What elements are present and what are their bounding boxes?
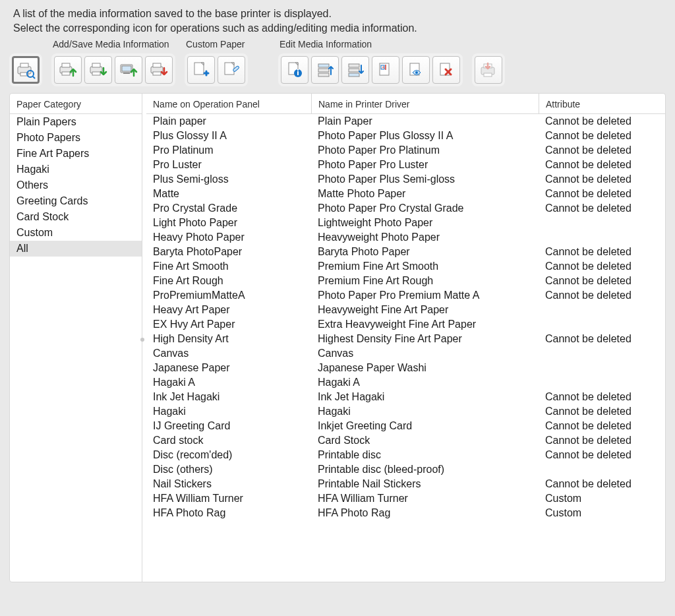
- table-row[interactable]: Plus Glossy II APhoto Paper Plus Glossy …: [146, 129, 665, 143]
- sidebar-item[interactable]: Others: [10, 177, 142, 193]
- cell-op: Fine Art Rough: [146, 274, 311, 288]
- table-row[interactable]: High Density ArtHighest Density Fine Art…: [146, 332, 665, 346]
- cell-drv: Hagaki A: [311, 375, 539, 390]
- content-pane: Paper Category Plain PapersPhoto PapersF…: [9, 93, 666, 582]
- cell-drv: Heavyweight Photo Paper: [311, 230, 539, 245]
- cell-op: Ink Jet Hagaki: [146, 390, 311, 404]
- svg-rect-6: [62, 63, 70, 67]
- table-body: Plain paperPlain PaperCannot be deletedP…: [146, 114, 665, 520]
- svg-rect-10: [92, 72, 100, 75]
- table-row[interactable]: Nail StickersPrintable Nail StickersCann…: [146, 477, 665, 491]
- svg-rect-29: [318, 73, 329, 77]
- sidebar-item[interactable]: Fine Art Papers: [10, 146, 142, 162]
- cell-attr: [539, 361, 665, 375]
- table-row[interactable]: Ink Jet HagakiInk Jet HagakiCannot be de…: [146, 390, 665, 404]
- list-up-icon: [316, 61, 334, 78]
- table-row[interactable]: Card stockCard StockCannot be deleted: [146, 433, 665, 448]
- toolbar: Add/Save Media Information: [0, 39, 675, 90]
- page-plus-icon: [192, 61, 210, 78]
- add-custom-paper-button[interactable]: [187, 56, 215, 84]
- import-media-button[interactable]: [84, 56, 112, 84]
- table-row[interactable]: Baryta PhotoPaperBaryta Photo PaperCanno…: [146, 245, 665, 259]
- import-from-pc-button[interactable]: [145, 56, 173, 84]
- cell-attr: Cannot be deleted: [539, 187, 665, 201]
- cell-op: Card stock: [146, 433, 311, 448]
- media-info-button[interactable]: [281, 56, 308, 84]
- cell-drv: Photo Paper Pro Premium Matte A: [311, 288, 539, 303]
- move-up-button[interactable]: [311, 56, 339, 84]
- cell-op: EX Hvy Art Paper: [146, 317, 311, 332]
- table-row[interactable]: Heavy Photo PaperHeavyweight Photo Paper: [146, 230, 665, 245]
- table-row[interactable]: HagakiHagakiCannot be deleted: [146, 404, 665, 419]
- sidebar-item[interactable]: Card Stock: [10, 209, 142, 225]
- delete-button[interactable]: [432, 56, 460, 84]
- column-header-attr[interactable]: Attribute: [539, 94, 665, 113]
- apply-to-printer-button[interactable]: [475, 56, 502, 84]
- table-row[interactable]: Disc (recom'ded)Printable discCannot be …: [146, 448, 665, 462]
- printer-search-icon: [16, 61, 36, 79]
- export-media-button[interactable]: [54, 56, 82, 84]
- table-row[interactable]: Fine Art RoughPremium Fine Art RoughCann…: [146, 274, 665, 288]
- cell-drv: Matte Photo Paper: [311, 187, 539, 201]
- cell-drv: Printable disc (bleed-proof): [311, 462, 539, 477]
- edit-custom-paper-button[interactable]: [218, 56, 245, 84]
- table-row[interactable]: Pro LusterPhoto Paper Pro LusterCannot b…: [146, 158, 665, 172]
- move-down-button[interactable]: [341, 56, 369, 84]
- table-row[interactable]: Disc (others)Printable disc (bleed-proof…: [146, 462, 665, 477]
- table-row[interactable]: Japanese PaperJapanese Paper Washi: [146, 361, 665, 375]
- table-row[interactable]: Hagaki AHagaki A: [146, 375, 665, 390]
- cell-op: Pro Platinum: [146, 143, 311, 158]
- printer-apply-icon: [479, 61, 498, 78]
- sidebar-item[interactable]: Hagaki: [10, 162, 142, 177]
- sidebar-item[interactable]: Photo Papers: [10, 130, 142, 146]
- table-row[interactable]: CanvasCanvas: [146, 346, 665, 361]
- cell-drv: Canvas: [311, 346, 539, 361]
- toolbar-group-search: [9, 39, 42, 86]
- toolbar-group-addsave: Add/Save Media Information: [51, 39, 175, 86]
- table-row[interactable]: Plus Semi-glossPhoto Paper Plus Semi-glo…: [146, 172, 665, 187]
- cell-drv: Extra Heavyweight Fine Art Paper: [311, 317, 539, 332]
- svg-rect-13: [123, 73, 130, 74]
- header-line-2: Select the corresponding icon for operat…: [13, 21, 662, 36]
- table-row[interactable]: Pro Crystal GradePhoto Paper Pro Crystal…: [146, 201, 665, 216]
- sidebar-item[interactable]: Plain Papers: [10, 114, 142, 130]
- page-info-icon: [286, 61, 303, 78]
- table-row[interactable]: Fine Art SmoothPremium Fine Art SmoothCa…: [146, 259, 665, 274]
- rename-button[interactable]: A: [372, 56, 399, 84]
- refresh-media-button[interactable]: [12, 56, 40, 84]
- cell-drv: Lightweight Photo Paper: [311, 216, 539, 230]
- table-row[interactable]: ProPremiumMatteAPhoto Paper Pro Premium …: [146, 288, 665, 303]
- column-header-drv[interactable]: Name in Printer Driver: [311, 94, 539, 113]
- table-header: Name on Operation Panel Name in Printer …: [146, 94, 665, 114]
- table-row[interactable]: IJ Greeting CardInkjet Greeting CardCann…: [146, 419, 665, 433]
- svg-rect-32: [349, 73, 359, 77]
- printer-up-icon: [59, 61, 77, 78]
- cell-attr: Cannot be deleted: [539, 129, 665, 143]
- table-row[interactable]: Light Photo PaperLightweight Photo Paper: [146, 216, 665, 230]
- sidebar-item[interactable]: Custom: [10, 225, 142, 241]
- show-hide-button[interactable]: [402, 56, 430, 84]
- cell-drv: Photo Paper Pro Luster: [311, 158, 539, 172]
- toolbar-group-apply: [472, 39, 505, 86]
- sidebar-item[interactable]: All: [10, 241, 142, 257]
- table-row[interactable]: Plain paperPlain PaperCannot be deleted: [146, 114, 665, 129]
- cell-op: High Density Art: [146, 332, 311, 346]
- table-row[interactable]: EX Hvy Art PaperExtra Heavyweight Fine A…: [146, 317, 665, 332]
- cell-attr: [539, 216, 665, 230]
- cell-drv: Japanese Paper Washi: [311, 361, 539, 375]
- cell-attr: Cannot be deleted: [539, 172, 665, 187]
- svg-rect-1: [20, 63, 28, 67]
- sidebar-item[interactable]: Greeting Cards: [10, 193, 142, 209]
- pane-divider[interactable]: [142, 94, 146, 582]
- cell-attr: [539, 375, 665, 390]
- table-row[interactable]: Pro PlatinumPhoto Paper Pro PlatinumCann…: [146, 143, 665, 158]
- column-header-op[interactable]: Name on Operation Panel: [146, 94, 311, 113]
- table-row[interactable]: HFA William TurnerHFA William TurnerCust…: [146, 491, 665, 506]
- table-row[interactable]: Heavy Art PaperHeavyweight Fine Art Pape…: [146, 303, 665, 317]
- cell-op: IJ Greeting Card: [146, 419, 311, 433]
- export-to-pc-button[interactable]: [115, 56, 142, 84]
- cell-drv: Printable Nail Stickers: [311, 477, 539, 491]
- table-row[interactable]: MatteMatte Photo PaperCannot be deleted: [146, 187, 665, 201]
- table-row[interactable]: HFA Photo RagHFA Photo RagCustom: [146, 506, 665, 520]
- svg-rect-27: [318, 64, 329, 67]
